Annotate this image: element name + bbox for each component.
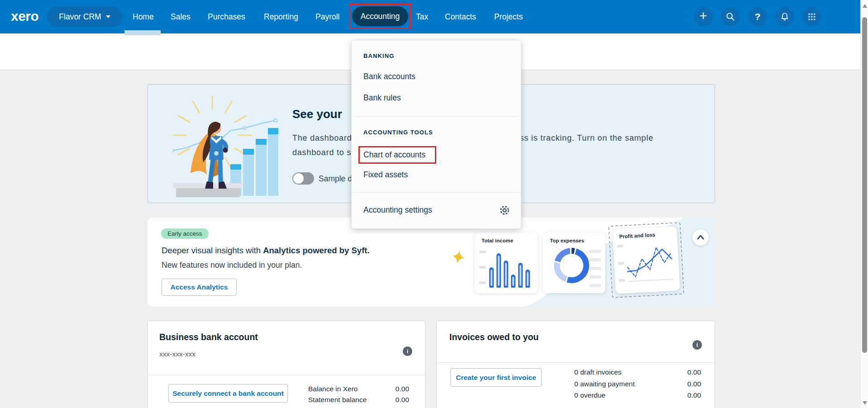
org-switcher[interactable]: Flavor CRM: [47, 6, 122, 27]
nav-item-accounting-label: Accounting: [361, 12, 400, 21]
apps-grid-icon: [807, 12, 816, 21]
bank-card-title: Business bank account: [159, 332, 258, 342]
axis-tick-placeholder: [619, 279, 625, 282]
invoices-card-title: Invoices owed to you: [449, 332, 539, 342]
legend-placeholder: [589, 250, 601, 253]
invoices-card: Invoices owed to you i Create your first…: [436, 321, 715, 408]
nav-item-reporting[interactable]: Reporting: [264, 0, 298, 33]
apps-menu-button[interactable]: [802, 7, 821, 26]
xero-dashboard-screen: xero Flavor CRM Home Sales Purchases Rep…: [0, 0, 868, 408]
balance-row-label: Balance in Xero: [308, 385, 358, 393]
connect-bank-account-button[interactable]: Securely connect a bank account: [168, 384, 288, 403]
page-scrollbar: [860, 0, 868, 408]
menu-item-chart-of-accounts[interactable]: Chart of accounts: [363, 150, 425, 160]
balance-row-value: 0.00: [396, 385, 409, 393]
menu-item-bank-rules[interactable]: Bank rules: [363, 93, 401, 103]
mini-bar: [489, 267, 494, 288]
hero-illustration: [172, 95, 279, 197]
mini-bar: [511, 275, 515, 288]
create-invoice-label: Create your first invoice: [456, 374, 536, 382]
overdue-label: 0 overdue: [574, 391, 606, 399]
bank-account-card: Business bank account xxx-xxx-xxx i Secu…: [148, 321, 425, 408]
early-access-badge: Early access: [161, 228, 209, 239]
menu-item-fixed-assets[interactable]: Fixed assets: [363, 170, 408, 180]
bank-account-number: xxx-xxx-xxx: [159, 350, 196, 358]
axis-tick-placeholder: [618, 262, 624, 265]
add-button[interactable]: +: [694, 7, 713, 26]
scrollbar-thumb[interactable]: [862, 17, 867, 353]
active-tab-indicator: [124, 30, 161, 35]
top-expenses-mini-card: Top expenses: [543, 232, 605, 293]
search-icon: [725, 12, 735, 22]
nav-item-accounting[interactable]: Accounting: [352, 6, 408, 26]
connect-bank-account-label: Securely connect a bank account: [172, 389, 284, 398]
awaiting-payment-label: 0 awaiting payment: [574, 380, 635, 388]
total-income-mini-card: Total income: [475, 232, 538, 293]
info-icon[interactable]: i: [403, 346, 412, 356]
search-button[interactable]: [721, 7, 740, 26]
top-expenses-title: Top expenses: [550, 238, 584, 243]
notifications-button[interactable]: [775, 7, 794, 26]
nav-item-tax[interactable]: Tax: [416, 0, 428, 33]
mini-bar: [518, 263, 523, 288]
mini-bar: [496, 253, 501, 288]
total-income-title: Total income: [482, 238, 513, 243]
profit-loss-chart: [625, 239, 675, 286]
legend-placeholder: [589, 258, 601, 261]
nav-item-home[interactable]: Home: [133, 0, 154, 33]
analytics-headline-bold: Analytics powered by Syft.: [263, 246, 369, 255]
total-income-bars: [489, 248, 534, 288]
profit-loss-mini-card: Profit and loss: [612, 226, 680, 294]
xero-logo[interactable]: xero: [11, 9, 38, 24]
banking-section-header: BANKING: [363, 52, 394, 59]
draft-invoices-value: 0.00: [687, 368, 701, 376]
card-divider: [148, 375, 425, 375]
chevron-down-icon: [106, 15, 110, 18]
sample-data-toggle[interactable]: [292, 172, 314, 185]
help-icon: ?: [755, 11, 761, 22]
nav-item-purchases[interactable]: Purchases: [208, 0, 245, 33]
overdue-value: 0.00: [687, 391, 701, 399]
info-icon[interactable]: i: [692, 340, 702, 350]
profit-loss-marquee: Profit and loss: [608, 222, 684, 298]
help-button[interactable]: ?: [748, 7, 767, 26]
nav-item-payroll[interactable]: Payroll: [315, 0, 340, 33]
mini-bar: [525, 270, 530, 288]
access-analytics-label: Access Analytics: [171, 283, 228, 291]
nav-item-projects[interactable]: Projects: [494, 0, 523, 33]
statement-row-label: Statement balance: [308, 396, 367, 404]
top-expenses-donut: [554, 248, 589, 283]
analytics-headline: Deeper visual insights with Analytics po…: [162, 246, 370, 256]
plus-icon: +: [700, 9, 707, 24]
menu-item-bank-accounts[interactable]: Bank accounts: [363, 72, 415, 81]
axis-tick-placeholder: [479, 266, 486, 269]
top-navbar: xero Flavor CRM Home Sales Purchases Rep…: [0, 0, 868, 33]
scroll-up-arrow[interactable]: [863, 4, 867, 8]
welcome-heading: See your: [292, 107, 342, 121]
card-divider: [437, 362, 715, 363]
create-invoice-button[interactable]: Create your first invoice: [450, 368, 542, 387]
nav-item-sales[interactable]: Sales: [171, 0, 191, 33]
nav-item-contacts[interactable]: Contacts: [445, 0, 476, 33]
draft-invoices-label: 0 draft invoices: [574, 368, 621, 376]
toggle-knob: [293, 173, 304, 184]
statement-row-value: 0.00: [396, 396, 409, 404]
tools-section-header: ACCOUNTING TOOLS: [363, 129, 433, 136]
analytics-banner: Early access Deeper visual insights with…: [148, 218, 715, 307]
legend-placeholder: [589, 275, 601, 279]
profit-loss-title: Profit and loss: [619, 232, 655, 239]
analytics-subline: New features now included in your plan.: [162, 261, 302, 270]
menu-item-accounting-settings[interactable]: Accounting settings: [363, 205, 432, 215]
legend-placeholder: [589, 267, 601, 270]
sparkle-star-icon: [451, 249, 467, 265]
analytics-headline-normal: Deeper visual insights with: [162, 246, 263, 255]
access-analytics-button[interactable]: Access Analytics: [162, 279, 237, 296]
axis-tick-placeholder: [617, 245, 623, 248]
bell-icon: [780, 12, 790, 22]
menu-divider: [352, 192, 521, 193]
axis-tick-placeholder: [479, 281, 486, 284]
gear-icon: [498, 204, 511, 217]
scroll-down-arrow[interactable]: [863, 401, 867, 405]
collapse-banner-button[interactable]: [692, 229, 709, 246]
chart-of-accounts-highlight-box: Chart of accounts: [358, 146, 436, 164]
